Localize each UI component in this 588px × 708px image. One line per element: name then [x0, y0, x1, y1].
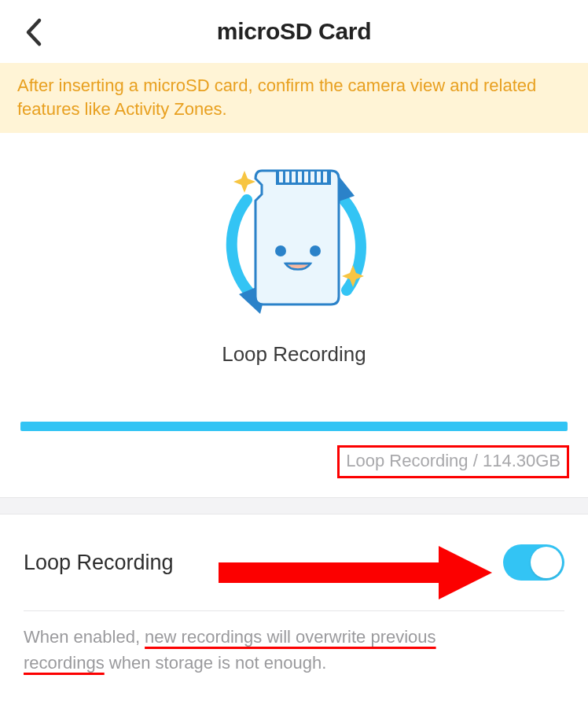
loop-recording-toggle[interactable]	[503, 544, 564, 581]
svg-rect-3	[292, 171, 296, 183]
svg-rect-0	[276, 171, 331, 185]
loop-recording-label: Loop Recording	[24, 551, 174, 575]
help-text-suffix: when storage is not enough.	[105, 653, 327, 673]
loop-recording-row: Loop Recording	[0, 514, 588, 610]
help-text-emphasis-2: recordings	[24, 653, 105, 673]
help-text-prefix: When enabled,	[24, 627, 145, 647]
illustration-caption: Loop Recording	[222, 342, 366, 367]
svg-rect-5	[304, 171, 308, 183]
svg-rect-8	[323, 171, 327, 183]
info-banner: After inserting a microSD card, confirm …	[0, 63, 588, 133]
storage-usage-label: Loop Recording / 114.30GB	[337, 445, 569, 478]
help-text-emphasis-1: new recordings will overwrite previous	[145, 627, 435, 647]
loop-recording-help-text: When enabled, new recordings will overwr…	[0, 611, 588, 676]
svg-point-9	[275, 245, 286, 256]
sd-card-illustration	[204, 157, 384, 325]
back-button[interactable]	[24, 17, 42, 50]
section-divider	[0, 497, 588, 514]
storage-usage-bar	[20, 422, 568, 431]
svg-rect-7	[317, 171, 321, 183]
toggle-knob	[531, 547, 562, 578]
svg-rect-4	[298, 171, 302, 183]
svg-point-10	[310, 245, 321, 256]
svg-rect-2	[285, 171, 289, 183]
svg-rect-1	[279, 171, 283, 183]
page-title: microSD Card	[0, 18, 588, 45]
svg-rect-6	[311, 171, 314, 183]
